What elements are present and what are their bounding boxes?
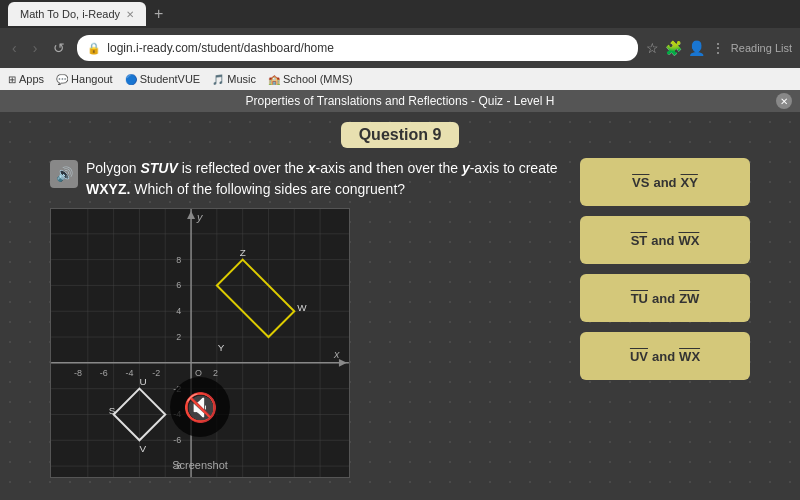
- bookmark-star-icon[interactable]: ☆: [646, 40, 659, 56]
- speaker-icon[interactable]: 🔊: [50, 160, 78, 188]
- svg-text:S: S: [109, 405, 116, 416]
- svg-text:-6: -6: [173, 435, 181, 445]
- forward-button[interactable]: ›: [29, 38, 42, 58]
- answer-st-wx[interactable]: ST and WX: [580, 216, 750, 264]
- svg-text:2: 2: [213, 368, 218, 378]
- svg-text:y: y: [196, 211, 203, 223]
- quiz-title: Properties of Translations and Reflectio…: [246, 94, 555, 108]
- answer-uv-connector: and: [652, 349, 675, 364]
- tab-title: Math To Do, i-Ready: [20, 8, 120, 20]
- answer-uv-part2: WX: [679, 349, 700, 364]
- q-text-middle: is reflected over the: [178, 160, 308, 176]
- answer-vs-part2: XY: [681, 175, 698, 190]
- tab-close-button[interactable]: ✕: [126, 9, 134, 20]
- profile-icon[interactable]: 👤: [688, 40, 705, 56]
- q-italic-stuv: STUV: [140, 160, 177, 176]
- bookmark-apps[interactable]: ⊞ Apps: [8, 73, 44, 85]
- svg-text:-8: -8: [74, 368, 82, 378]
- bookmark-hangout[interactable]: 💬 Hangout: [56, 73, 113, 85]
- q-text-after-x: -axis and then over the: [316, 160, 462, 176]
- q-bold-wxyz: WXYZ.: [86, 181, 130, 197]
- q-text-after-y: -axis to create: [470, 160, 558, 176]
- bookmark-school[interactable]: 🏫 School (MMS): [268, 73, 353, 85]
- lock-icon: 🔒: [87, 42, 101, 55]
- bookmarks-bar: ⊞ Apps 💬 Hangout 🔵 StudentVUE 🎵 Music 🏫 …: [0, 68, 800, 90]
- svg-text:-6: -6: [100, 368, 108, 378]
- nav-bar: ‹ › ↺ 🔒 login.i-ready.com/student/dashbo…: [0, 28, 800, 68]
- url-text: login.i-ready.com/student/dashboard/home: [107, 41, 334, 55]
- reading-list-label[interactable]: Reading List: [731, 42, 792, 54]
- graph-container: y x -8 -6 -4 -2 2 8 6 4 2 -2 -4 -6 -8: [50, 208, 350, 478]
- answer-vs-connector: and: [653, 175, 676, 190]
- question-number: Question 9: [341, 122, 460, 148]
- browser-chrome: Math To Do, i-Ready ✕ + ‹ › ↺ 🔒 login.i-…: [0, 0, 800, 68]
- quiz-close-button[interactable]: ✕: [776, 93, 792, 109]
- svg-text:4: 4: [176, 306, 181, 316]
- answer-tu-zw[interactable]: TU and ZW: [580, 274, 750, 322]
- answer-tu-part1: TU: [631, 291, 648, 306]
- question-text: 🔊 Polygon STUV is reflected over the x-a…: [50, 158, 564, 200]
- back-button[interactable]: ‹: [8, 38, 21, 58]
- answer-uv-wx-content: UV and WX: [630, 349, 700, 364]
- svg-text:x: x: [333, 348, 340, 360]
- hangout-icon: 💬: [56, 74, 68, 85]
- answer-tu-zw-content: TU and ZW: [631, 291, 700, 306]
- q-text-before: Polygon: [86, 160, 140, 176]
- studentvue-icon: 🔵: [125, 74, 137, 85]
- q-italic-y: y: [462, 160, 470, 176]
- music-icon: 🎵: [212, 74, 224, 85]
- question-left: 🔊 Polygon STUV is reflected over the x-a…: [50, 158, 564, 478]
- quiz-header: Properties of Translations and Reflectio…: [0, 90, 800, 112]
- nav-icons: ☆ 🧩 👤 ⋮ Reading List: [646, 40, 792, 56]
- answer-vs-xy-content: VS and XY: [632, 175, 698, 190]
- svg-text:W: W: [297, 302, 307, 313]
- answer-st-part2: WX: [678, 233, 699, 248]
- answer-uv-part1: UV: [630, 349, 648, 364]
- apps-icon: ⊞: [8, 74, 16, 85]
- q-text-question: Which of the following sides are congrue…: [130, 181, 405, 197]
- answer-tu-part2: ZW: [679, 291, 699, 306]
- main-content: Question 9 🔊 Polygon STUV is reflected o…: [0, 112, 800, 500]
- svg-text:Z: Z: [240, 247, 246, 258]
- answer-st-connector: and: [651, 233, 674, 248]
- svg-text:V: V: [139, 443, 146, 454]
- answer-buttons: VS and XY ST and WX TU and ZW: [580, 158, 750, 478]
- answer-tu-connector: and: [652, 291, 675, 306]
- answer-st-part1: ST: [631, 233, 648, 248]
- svg-text:-4: -4: [126, 368, 134, 378]
- active-tab[interactable]: Math To Do, i-Ready ✕: [8, 2, 146, 26]
- svg-text:Y: Y: [218, 342, 225, 353]
- more-options-icon[interactable]: ⋮: [711, 40, 725, 56]
- q-italic-x: x: [308, 160, 316, 176]
- tab-bar: Math To Do, i-Ready ✕ +: [0, 0, 800, 28]
- svg-text:8: 8: [176, 255, 181, 265]
- svg-text:U: U: [139, 376, 146, 387]
- svg-text:-2: -2: [152, 368, 160, 378]
- bookmark-music[interactable]: 🎵 Music: [212, 73, 256, 85]
- address-bar[interactable]: 🔒 login.i-ready.com/student/dashboard/ho…: [77, 35, 638, 61]
- school-icon: 🏫: [268, 74, 280, 85]
- answer-st-wx-content: ST and WX: [631, 233, 700, 248]
- extensions-icon[interactable]: 🧩: [665, 40, 682, 56]
- answer-vs-part1: VS: [632, 175, 649, 190]
- mute-icon[interactable]: 🔇: [170, 377, 230, 437]
- question-body: Polygon STUV is reflected over the x-axi…: [86, 158, 564, 200]
- question-area: 🔊 Polygon STUV is reflected over the x-a…: [50, 158, 750, 478]
- screenshot-label: Screenshot: [172, 459, 228, 471]
- reload-button[interactable]: ↺: [49, 38, 69, 58]
- svg-text:2: 2: [176, 332, 181, 342]
- answer-vs-xy[interactable]: VS and XY: [580, 158, 750, 206]
- bookmark-studentvue[interactable]: 🔵 StudentVUE: [125, 73, 201, 85]
- new-tab-button[interactable]: +: [150, 5, 167, 23]
- answer-uv-wx[interactable]: UV and WX: [580, 332, 750, 380]
- svg-text:6: 6: [176, 280, 181, 290]
